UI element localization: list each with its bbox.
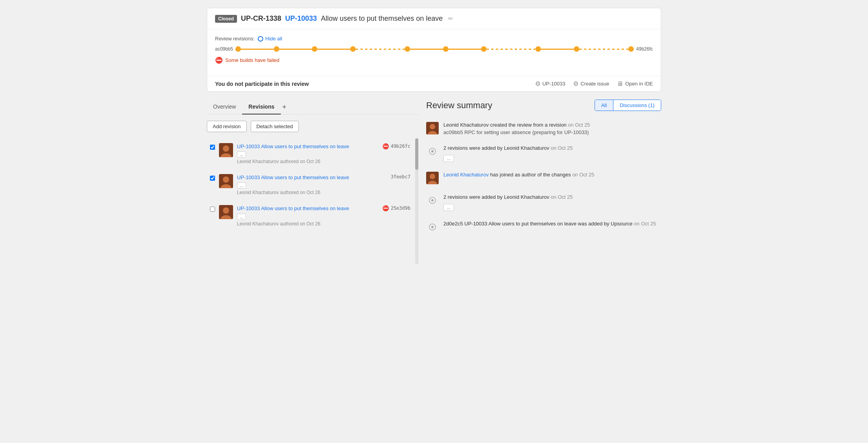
- tl-dot-6: [443, 46, 448, 52]
- event-5-time: on Oct 25: [634, 221, 656, 227]
- revision-3-hash-badge: ⛔ 25e3d9b: [382, 205, 410, 211]
- event-3-suffix: has joined as author of the changes: [490, 172, 571, 178]
- tl-dot-1: [235, 46, 241, 52]
- revision-3-title-text: Allow users to put themselves on leave: [261, 205, 349, 211]
- event-4-icon: [426, 194, 439, 207]
- revision-2-title-row: UP-10033 Allow users to put themselves o…: [237, 174, 410, 181]
- revision-3-error-icon: ⛔: [382, 205, 389, 211]
- timeline-track: [235, 46, 634, 52]
- event-1-commit: ac09bb5 RPC for setting user absence (pr…: [443, 129, 661, 135]
- tl-dot-4: [350, 46, 356, 52]
- revision-item: UP-10033 Allow users to put themselves o…: [207, 200, 414, 231]
- svg-point-1: [223, 145, 229, 152]
- event-1-avatar: [426, 122, 439, 134]
- filter-discussions-button[interactable]: Discussions (1): [613, 100, 661, 111]
- revision-item: UP-10033 Allow users to put themselves o…: [207, 169, 414, 200]
- timeline-container: ac09bb5: [215, 46, 653, 52]
- revisions-list: UP-10033 Allow users to put themselves o…: [207, 138, 414, 264]
- timeline-end-label: 49b26fc: [636, 46, 653, 52]
- revision-1-issue-ref[interactable]: UP-10033: [237, 143, 260, 149]
- revision-3-issue-ref[interactable]: UP-10033: [237, 205, 260, 211]
- page-wrapper: Closed UP-CR-1338 UP-10033 Allow users t…: [199, 0, 669, 272]
- review-summary-header: Review summary All Discussions (1): [426, 100, 661, 111]
- event-4-content: 2 revisions were added by Leonid Khachat…: [443, 194, 661, 211]
- event-4-time: on Oct 25: [551, 194, 573, 200]
- revision-1-dots-button[interactable]: ...: [237, 151, 246, 158]
- tab-add-button[interactable]: +: [281, 100, 288, 114]
- event-1-time: on Oct 25: [568, 122, 590, 128]
- tabs: Overview Revisions +: [207, 100, 418, 114]
- event-4-expand-button[interactable]: ...: [443, 204, 454, 211]
- footer-action-open-ide[interactable]: 🖥 Open in IDE: [617, 80, 653, 87]
- event-5-main-text: 2d0e2c5 UP-10033 Allow users to put them…: [443, 221, 633, 227]
- filter-buttons: All Discussions (1): [595, 100, 661, 111]
- event-2-text: 2 revisions were added by Leonid Khachat…: [443, 145, 661, 151]
- revision-1-content: UP-10033 Allow users to put themselves o…: [237, 143, 410, 164]
- issue-link-header[interactable]: UP-10033: [285, 15, 317, 23]
- revision-item: UP-10033 Allow users to put themselves o…: [207, 138, 414, 169]
- event-item: Leonid Khachaturov has joined as author …: [426, 167, 661, 189]
- event-5-text: 2d0e2c5 UP-10033 Allow users to put them…: [443, 221, 661, 227]
- revision-3-avatar: [219, 205, 233, 219]
- detach-selected-button[interactable]: Detach selected: [251, 121, 299, 132]
- revision-3-author: Leonid Khachaturov authored on Oct 26: [237, 221, 410, 227]
- event-item: 2d0e2c5 UP-10033 Allow users to put them…: [426, 216, 661, 238]
- tl-dot-3: [312, 46, 317, 52]
- event-4-text: 2 revisions were added by Leonid Khachat…: [443, 194, 661, 200]
- hide-all-button[interactable]: Hide all: [258, 36, 282, 42]
- create-issue-icon: ⚙: [573, 80, 579, 87]
- revision-3-content: UP-10033 Allow users to put themselves o…: [237, 205, 410, 226]
- revision-1-title-text: Allow users to put themselves on leave: [261, 143, 349, 149]
- top-card-footer: You do not participate in this review ⚙ …: [207, 76, 661, 91]
- revisions-label: Review revisions: Hide all: [215, 36, 653, 42]
- revision-3-dots-button[interactable]: ...: [237, 214, 246, 220]
- tab-overview[interactable]: Overview: [207, 100, 242, 114]
- event-item: 2 revisions were added by Leonid Khachat…: [426, 140, 661, 167]
- tl-dot-8: [535, 46, 541, 52]
- tl-dash-2: [486, 49, 535, 50]
- event-3-user-link[interactable]: Leonid Khachaturov: [443, 172, 489, 178]
- revision-1-avatar: [219, 143, 233, 157]
- add-revision-button[interactable]: Add revision: [207, 121, 247, 132]
- footer-action-create-issue[interactable]: ⚙ Create issue: [573, 80, 609, 87]
- event-3-content: Leonid Khachaturov has joined as author …: [443, 172, 661, 179]
- revision-2-avatar: [219, 174, 233, 188]
- revision-3-title: UP-10033 Allow users to put themselves o…: [237, 205, 349, 212]
- edit-icon[interactable]: ✏: [448, 15, 453, 22]
- footer-create-issue-label: Create issue: [580, 81, 609, 87]
- revision-3-title-row: UP-10033 Allow users to put themselves o…: [237, 205, 410, 212]
- scrollbar-track[interactable]: [415, 138, 418, 264]
- left-panel: Overview Revisions + Add revision Detach…: [207, 100, 418, 264]
- revision-2-meta: ...: [237, 182, 410, 189]
- event-3-time: on Oct 25: [572, 172, 594, 178]
- event-1-content: Leonid Khachaturov created the review fr…: [443, 122, 661, 135]
- revisions-list-wrapper: UP-10033 Allow users to put themselves o…: [207, 138, 418, 264]
- revision-1-author: Leonid Khachaturov authored on Oct 26: [237, 159, 410, 164]
- filter-all-button[interactable]: All: [595, 100, 613, 111]
- footer-action-issue[interactable]: ⚙ UP-10033: [535, 80, 566, 87]
- svg-point-4: [223, 176, 229, 183]
- event-5-content: 2d0e2c5 UP-10033 Allow users to put them…: [443, 221, 661, 228]
- event-1-main-text: Leonid Khachaturov created the review fr…: [443, 122, 566, 128]
- tl-dot-7: [481, 46, 486, 52]
- cr-id: UP-CR-1338: [241, 15, 281, 23]
- footer-open-ide-label: Open in IDE: [625, 81, 653, 87]
- revision-2-dots-button[interactable]: ...: [237, 182, 246, 189]
- tl-line-5: [448, 49, 481, 50]
- tl-line-2: [279, 49, 312, 50]
- tab-revisions[interactable]: Revisions: [242, 100, 280, 114]
- revision-3-checkbox[interactable]: [210, 207, 215, 212]
- review-summary-title: Review summary: [426, 100, 492, 111]
- build-warning-text: Some builds have failed: [225, 57, 279, 63]
- revision-1-checkbox[interactable]: [210, 145, 215, 150]
- revision-2-issue-ref[interactable]: UP-10033: [237, 174, 260, 180]
- event-2-expand-button[interactable]: ...: [443, 155, 454, 162]
- svg-point-18: [431, 199, 434, 202]
- revision-2-checkbox[interactable]: [210, 176, 215, 181]
- revision-2-author: Leonid Khachaturov authored on Oct 26: [237, 190, 410, 195]
- revision-1-meta: ...: [237, 151, 410, 158]
- event-1-text: Leonid Khachaturov created the review fr…: [443, 122, 661, 128]
- revision-1-hash-badge: ⛔ 49b26fc: [382, 143, 410, 149]
- build-warning: ⛔ Some builds have failed: [215, 56, 653, 64]
- scrollbar-thumb[interactable]: [415, 138, 418, 170]
